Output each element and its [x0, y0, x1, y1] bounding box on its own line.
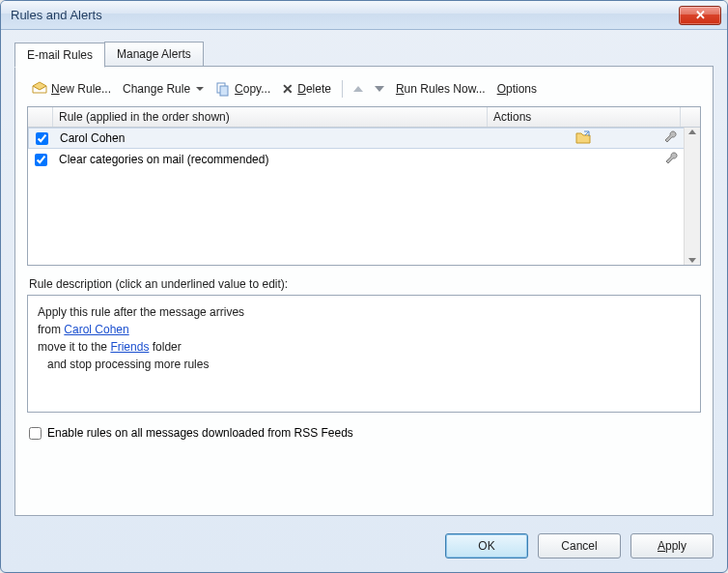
move-up-button[interactable]	[350, 84, 366, 94]
move-down-button[interactable]	[372, 84, 387, 94]
rule-description-box: Apply this rule after the message arrive…	[27, 295, 701, 413]
arrow-up-icon	[353, 86, 363, 92]
column-spacer	[681, 107, 700, 127]
vertical-scrollbar[interactable]	[684, 128, 700, 265]
rss-option-row: Enable rules on all messages downloaded …	[27, 413, 701, 445]
scroll-up-icon	[688, 129, 696, 134]
desc-line: Apply this rule after the message arrive…	[38, 303, 690, 321]
copy-icon	[215, 81, 231, 97]
svg-rect-1	[220, 86, 228, 96]
titlebar: Rules and Alerts ✕	[1, 1, 727, 30]
rules-list: Rule (applied in the order shown) Action…	[27, 106, 701, 266]
rules-toolbar: New Rule... Change Rule Copy... ✕ Delete	[27, 76, 701, 106]
rule-name: Clear categories on mail (recommended)	[59, 153, 268, 166]
window-title: Rules and Alerts	[11, 8, 679, 22]
copy-button[interactable]: Copy...	[212, 79, 273, 99]
rule-link-sender[interactable]: Carol Cohen	[64, 323, 128, 336]
rss-enable-checkbox[interactable]	[29, 427, 42, 440]
dialog-button-row: OK Cancel Apply	[1, 526, 727, 572]
options-button[interactable]: Options	[494, 80, 540, 98]
new-rule-icon	[32, 81, 47, 97]
delete-button[interactable]: ✕ Delete	[279, 79, 334, 99]
desc-line: from Carol Cohen	[38, 321, 690, 338]
tab-manage-alerts[interactable]: Manage Alerts	[104, 42, 204, 67]
table-row[interactable]: Carol Cohen	[28, 128, 700, 149]
rule-description-label: Rule description (click an underlined va…	[29, 277, 699, 291]
ok-button[interactable]: OK	[445, 533, 528, 559]
rule-link-folder[interactable]: Friends	[110, 340, 149, 354]
tab-label: E-mail Rules	[27, 48, 93, 62]
column-checkbox[interactable]	[28, 107, 53, 127]
run-rules-now-button[interactable]: Run Rules Now...	[393, 80, 489, 98]
arrow-down-icon	[375, 86, 384, 92]
rules-and-alerts-dialog: Rules and Alerts ✕ E-mail Rules Manage A…	[0, 0, 728, 573]
new-rule-button[interactable]: New Rule...	[29, 79, 114, 99]
rule-settings-icon[interactable]	[662, 129, 678, 148]
tab-email-rules[interactable]: E-mail Rules	[14, 43, 105, 68]
tab-strip: E-mail Rules Manage Alerts	[14, 42, 714, 67]
change-rule-button[interactable]: Change Rule	[120, 80, 207, 98]
rule-enabled-checkbox[interactable]	[35, 154, 47, 166]
scroll-down-icon	[688, 258, 696, 263]
dropdown-caret-icon	[196, 87, 204, 91]
delete-icon: ✕	[282, 81, 294, 97]
rule-settings-icon[interactable]	[663, 151, 679, 169]
tab-label: Manage Alerts	[117, 47, 191, 61]
table-row[interactable]: Clear categories on mail (recommended)	[28, 149, 700, 170]
close-button[interactable]: ✕	[679, 6, 721, 25]
tab-panel-email-rules: New Rule... Change Rule Copy... ✕ Delete	[14, 66, 714, 516]
close-icon: ✕	[695, 8, 706, 22]
rss-enable-label: Enable rules on all messages downloaded …	[47, 426, 353, 440]
apply-button[interactable]: Apply	[630, 533, 714, 559]
toolbar-separator	[342, 80, 343, 98]
rule-enabled-checkbox[interactable]	[36, 132, 48, 145]
cancel-button[interactable]: Cancel	[538, 533, 621, 559]
rule-name: Carol Cohen	[60, 131, 125, 145]
rules-list-header: Rule (applied in the order shown) Action…	[28, 107, 700, 128]
desc-line: move it to the Friends folder	[38, 338, 690, 356]
dialog-body: E-mail Rules Manage Alerts New Rule... C…	[1, 30, 727, 526]
move-to-folder-icon	[575, 129, 591, 148]
desc-line: and stop processing more rules	[38, 356, 690, 373]
column-rule[interactable]: Rule (applied in the order shown)	[53, 107, 488, 127]
rules-list-body: Carol Cohen Clear categor	[28, 128, 700, 265]
column-actions[interactable]: Actions	[488, 107, 681, 127]
